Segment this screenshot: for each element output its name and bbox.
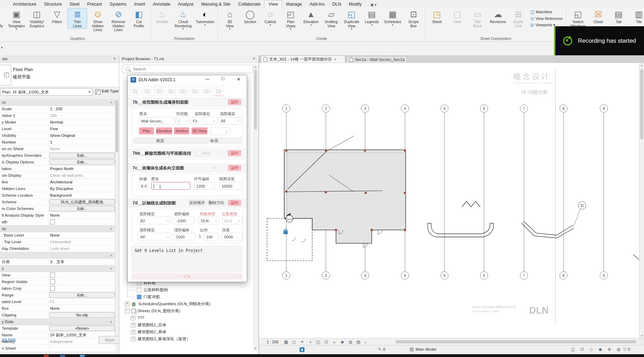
ribbon-tab-manage[interactable]: Manage: [282, 1, 306, 8]
property-row[interactable]: LevelFine: [0, 126, 115, 132]
3d-view-button[interactable]: ⌂3D View▼: [220, 8, 239, 31]
tab-elevation-height[interactable]: 标高: [187, 137, 241, 144]
property-row[interactable]: ath: [0, 219, 115, 225]
title-block-button[interactable]: ▭Title Block: [468, 8, 487, 29]
property-row[interactable]: ndencyIndependent: [0, 338, 115, 345]
clipped-ribbon-button[interactable]: fy: [0, 8, 5, 31]
splitter[interactable]: [129, 159, 245, 160]
section-type-select[interactable]: DLN∨: [198, 217, 219, 224]
ribbon-tab-insert[interactable]: Insert: [130, 1, 149, 8]
windows-taskbar[interactable]: [0, 354, 644, 357]
tree-expander[interactable]: +: [131, 323, 135, 327]
property-checkbox[interactable]: [50, 219, 55, 224]
property-checkbox[interactable]: [50, 286, 55, 291]
scrollbar-thumb[interactable]: [640, 69, 643, 139]
bottom-offset-field[interactable]: -1000: [174, 217, 195, 224]
tree-expander[interactable]: +: [131, 337, 135, 341]
tree-expander[interactable]: +: [131, 330, 135, 334]
building-plan[interactable]: [284, 136, 406, 247]
property-row[interactable]: Value 1:200: [0, 112, 115, 119]
ribbon-tab-view[interactable]: View: [264, 0, 282, 8]
property-value[interactable]: 3、文本: [49, 259, 115, 265]
tree-item[interactable]: +建筑图纸2_单体: [119, 328, 254, 335]
vertical-scrollbar[interactable]: ▲ ▼: [639, 63, 644, 338]
property-edit-button[interactable]: Edit...: [49, 206, 115, 211]
property-edit-button[interactable]: Edit...: [49, 292, 115, 298]
property-row[interactable]: 分类3、文本: [0, 259, 115, 265]
property-edit-button[interactable]: Edit...: [49, 153, 115, 158]
property-row[interactable]: tationProject North: [0, 166, 115, 172]
select-underlay-icon[interactable]: ⊡: [579, 346, 585, 352]
dialog-close-button[interactable]: ✕: [236, 77, 242, 82]
property-edit-button[interactable]: No clip: [49, 312, 115, 318]
shadows-icon[interactable]: ◑: [306, 339, 314, 345]
property-value[interactable]: None: [49, 233, 115, 237]
property-value[interactable]: None: [49, 306, 115, 310]
property-value[interactable]: Normal: [49, 120, 115, 124]
property-edit-button[interactable]: DLN_公共建筑_房间配色: [49, 199, 115, 205]
horizontal-scrollbar[interactable]: [395, 340, 639, 344]
view-bar-collapse-icon[interactable]: ‹: [365, 340, 366, 345]
visual-style-icon[interactable]: ◻: [290, 339, 298, 345]
axon-camera-marker[interactable]: [284, 229, 288, 234]
cut-count-stepper[interactable]: 1◇: [176, 117, 190, 125]
property-row[interactable]: Template<None>: [0, 325, 115, 332]
duplicate-view-button[interactable]: ◱Duplicate View▼: [342, 8, 361, 31]
tree-expander[interactable]: +: [125, 302, 130, 306]
tree-expander[interactable]: −: [125, 309, 130, 313]
dln-tool-4-icon[interactable]: ▤3: [166, 86, 176, 96]
property-row[interactable]: m Color SchemesEdit...: [0, 205, 115, 212]
filters-button[interactable]: ▽Filters: [47, 8, 67, 25]
scale-field[interactable]: 100: [204, 233, 219, 240]
scrollbar-thumb[interactable]: [396, 340, 636, 343]
property-checkbox[interactable]: [50, 273, 55, 278]
background-processes-icon[interactable]: ◍: [615, 346, 622, 352]
property-row[interactable]: oin DisplayClean all wall joins: [0, 172, 115, 179]
view-tab[interactable]: 文本_X01 - 1#楼 一层平面功能分区×: [261, 55, 345, 63]
property-row[interactable]: Number1: [0, 139, 115, 146]
view-reference-button[interactable]: ◎View Reference: [529, 15, 564, 22]
property-row[interactable]: Scale1 : 200: [0, 106, 115, 112]
dln-tool-2-icon[interactable]: ▤1: [142, 86, 152, 96]
tile-button[interactable]: ▥Tile: [629, 8, 644, 25]
property-value[interactable]: Fine: [49, 127, 115, 131]
view-name-input[interactable]: I: [151, 182, 190, 190]
render-button[interactable]: ♨Render: [153, 8, 172, 25]
temporary-view-properties-icon[interactable]: ▤: [355, 339, 363, 345]
property-value[interactable]: Project North: [49, 167, 115, 171]
properties-scrollbar[interactable]: [115, 99, 119, 341]
property-row[interactable]: tation Crop: [0, 285, 115, 292]
collapse-chevron-icon[interactable]: ∧: [110, 227, 112, 230]
corridor-outlines[interactable]: [428, 201, 639, 260]
plan-views-button[interactable]: ◰Plan Views▼: [281, 8, 300, 31]
taskbar-app-icon[interactable]: [80, 355, 85, 357]
dln-tool-1-icon[interactable]: ▤: [130, 86, 140, 96]
ribbon-tab-add-ins[interactable]: Add-Ins: [306, 1, 328, 8]
filter-badge[interactable]: ▽ :0: [623, 347, 630, 352]
ribbon-tab-steel[interactable]: Steel: [65, 1, 83, 8]
maximize-button[interactable]: ☐: [220, 77, 226, 81]
tree-item[interactable]: 门窗详图: [119, 293, 254, 300]
detail-level-icon[interactable]: ▦: [282, 339, 290, 345]
tree-item[interactable]: +???: [119, 314, 254, 321]
drag-on-selection-icon[interactable]: ⊕: [606, 346, 612, 352]
ribbon-tab-precast[interactable]: Precast: [83, 1, 106, 8]
remove-hidden-lines-button[interactable]: ⊘Remove Hidden Lines: [108, 8, 128, 33]
edit-type-button[interactable]: Edit Type: [102, 89, 119, 93]
property-value[interactable]: None: [49, 147, 115, 151]
dln-tool-8-icon[interactable]: ▤7: [213, 86, 224, 96]
property-value[interactable]: Architectural: [49, 180, 115, 184]
matchline-button[interactable]: ◫Matchline: [529, 8, 564, 15]
run-7bb-button[interactable]: 运行: [228, 150, 241, 156]
properties-help-link[interactable]: ies help: [2, 337, 16, 342]
show-hidden-lines-button[interactable]: ⊙Show Hidden Lines: [88, 8, 108, 33]
section-bottom-level-select[interactable]: B2∨: [138, 217, 171, 224]
property-value[interactable]: Background: [49, 193, 115, 197]
collapse-chevron-icon[interactable]: ∧: [110, 320, 112, 323]
property-edit-button[interactable]: Edit...: [49, 159, 115, 165]
dln-tool-6-icon[interactable]: ▤5: [189, 86, 200, 96]
scrollbar-thumb[interactable]: [254, 70, 257, 130]
ribbon-display-toggle[interactable]: ▣ ▾: [369, 2, 378, 8]
property-value[interactable]: Clean all wall joins: [49, 173, 115, 177]
collapse-chevron-icon[interactable]: ∧: [110, 101, 112, 104]
